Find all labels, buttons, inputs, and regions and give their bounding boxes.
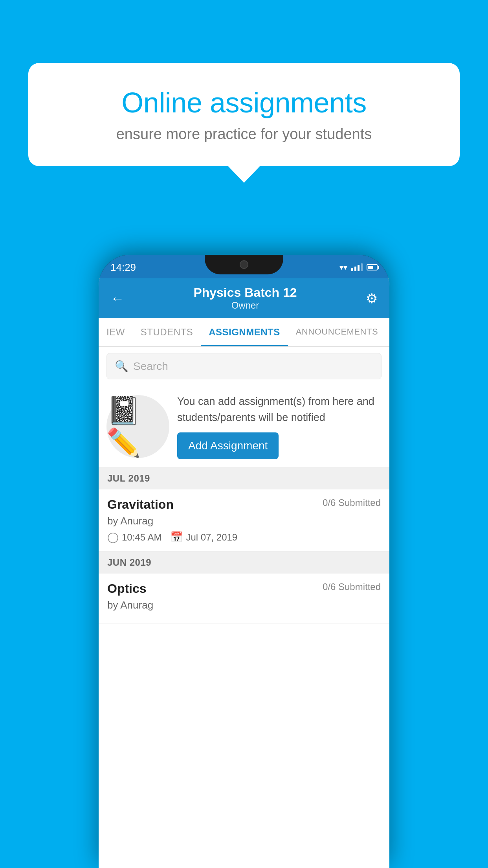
- assignment-top-row: Gravitation 0/6 Submitted: [107, 497, 381, 512]
- status-icons: ▾▾: [339, 261, 378, 272]
- status-time: 14:29: [110, 260, 136, 274]
- assignment-author: by Anurag: [107, 515, 381, 527]
- header-title-group: Physics Batch 12 Owner: [193, 285, 297, 311]
- promo-text: You can add assignment(s) from here and …: [177, 394, 382, 425]
- search-container: 🔍 Search: [99, 347, 389, 386]
- scroll-content[interactable]: 🔍 Search 📓✏️ You can add assignment(s) f…: [99, 347, 389, 868]
- add-assignment-promo: 📓✏️ You can add assignment(s) from here …: [99, 386, 389, 467]
- bubble-subtitle: ensure more practice for your students: [56, 126, 432, 143]
- promo-icon-circle: 📓✏️: [106, 395, 169, 458]
- phone-frame: 14:29 ▾▾ ← Physics Batch 12 Owner: [99, 255, 389, 868]
- settings-icon[interactable]: ⚙: [366, 291, 378, 306]
- speech-bubble: Online assignments ensure more practice …: [28, 63, 460, 166]
- signal-icon: [351, 263, 363, 271]
- phone-notch: [205, 255, 283, 274]
- app-header: ← Physics Batch 12 Owner ⚙: [99, 278, 389, 318]
- camera-dot: [240, 260, 248, 269]
- assignment-author-optics: by Anurag: [107, 599, 381, 611]
- assignment-date: 📅 Jul 07, 2019: [170, 531, 237, 543]
- tabs-bar: IEW STUDENTS ASSIGNMENTS ANNOUNCEMENTS: [99, 318, 389, 347]
- assignment-top-row-optics: Optics 0/6 Submitted: [107, 581, 381, 596]
- assignment-submitted: 0/6 Submitted: [323, 497, 381, 508]
- assignment-meta: ◯ 10:45 AM 📅 Jul 07, 2019: [107, 531, 381, 543]
- bubble-title: Online assignments: [56, 86, 432, 119]
- back-button[interactable]: ←: [110, 290, 125, 307]
- month-header-jul: JUL 2019: [99, 467, 389, 489]
- assignment-name: Gravitation: [107, 497, 174, 512]
- month-header-jun: JUN 2019: [99, 552, 389, 574]
- speech-bubble-container: Online assignments ensure more practice …: [28, 63, 460, 166]
- assignment-time: ◯ 10:45 AM: [107, 531, 161, 543]
- notebook-icon: 📓✏️: [106, 394, 169, 459]
- tab-iew[interactable]: IEW: [99, 318, 133, 346]
- header-title: Physics Batch 12: [193, 285, 297, 300]
- battery-icon: [367, 264, 378, 270]
- search-icon: 🔍: [115, 360, 128, 373]
- header-subtitle: Owner: [193, 300, 297, 311]
- assignment-item-optics[interactable]: Optics 0/6 Submitted by Anurag: [99, 574, 389, 623]
- calendar-icon: 📅: [170, 531, 183, 543]
- assignment-submitted-optics: 0/6 Submitted: [323, 581, 381, 592]
- add-assignment-button[interactable]: Add Assignment: [177, 432, 279, 459]
- promo-text-group: You can add assignment(s) from here and …: [177, 394, 382, 459]
- clock-icon: ◯: [107, 531, 119, 543]
- search-bar[interactable]: 🔍 Search: [106, 353, 382, 379]
- tab-announcements[interactable]: ANNOUNCEMENTS: [288, 318, 386, 346]
- app-content: ← Physics Batch 12 Owner ⚙ IEW STUDENTS …: [99, 278, 389, 868]
- assignment-item-gravitation[interactable]: Gravitation 0/6 Submitted by Anurag ◯ 10…: [99, 489, 389, 552]
- assignment-name-optics: Optics: [107, 581, 147, 596]
- wifi-icon: ▾▾: [339, 263, 347, 272]
- search-placeholder: Search: [133, 360, 168, 373]
- tab-assignments[interactable]: ASSIGNMENTS: [201, 318, 288, 346]
- tab-students[interactable]: STUDENTS: [133, 318, 201, 346]
